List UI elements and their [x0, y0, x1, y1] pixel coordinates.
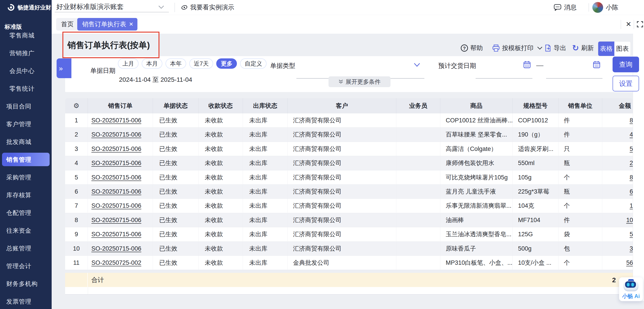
cell-amount-link[interactable]: 23: [602, 156, 633, 170]
messages-button[interactable]: 消息: [554, 0, 577, 15]
sidebar-item[interactable]: 总账管理: [0, 240, 52, 257]
order-link[interactable]: SO-20250725-002: [92, 259, 141, 266]
sidebar-item[interactable]: 仓配管理: [0, 204, 52, 222]
cell-amount-link[interactable]: 567: [602, 256, 633, 270]
column-header[interactable]: 业务员: [396, 98, 440, 114]
amount-link[interactable]: 31: [630, 245, 633, 252]
amount-link[interactable]: 84: [630, 117, 633, 124]
cell-order-link[interactable]: SO-20250715-006: [88, 170, 153, 184]
order-link[interactable]: SO-20250715-006: [92, 146, 141, 152]
delivery-date-end-input[interactable]: [546, 78, 602, 78]
sidebar-item[interactable]: 往来资金: [0, 222, 52, 240]
cell-amount-link[interactable]: 50: [602, 142, 633, 156]
cell-amount-link[interactable]: 86: [602, 170, 633, 184]
sidebar-item[interactable]: 客户管理: [0, 115, 52, 133]
cell-amount-link[interactable]: 31: [602, 242, 633, 256]
quick-date-pill[interactable]: 本月: [142, 58, 162, 69]
amount-link[interactable]: 567: [626, 259, 633, 266]
tab-close-icon[interactable]: ✕: [129, 21, 134, 28]
sidebar-item[interactable]: 零售商城: [0, 26, 52, 44]
sidebar-item[interactable]: 发票管理: [0, 292, 52, 309]
query-button[interactable]: 查询: [612, 56, 639, 72]
settings-button[interactable]: 设置: [612, 76, 639, 92]
amount-link[interactable]: 15: [630, 202, 633, 209]
refresh-button[interactable]: ↻ 刷新: [572, 42, 594, 54]
cell-order-link[interactable]: SO-20250715-006: [88, 199, 153, 213]
cell-order-link[interactable]: SO-20250715-006: [88, 213, 153, 227]
column-header[interactable]: 规格型号: [513, 98, 558, 114]
chevron-down-icon[interactable]: [158, 6, 164, 9]
help-button[interactable]: ? 帮助: [461, 42, 483, 54]
cell-amount-link[interactable]: 66: [602, 184, 633, 198]
sidebar-item[interactable]: 财务多机构: [0, 275, 52, 292]
demo-link[interactable]: 我要看实例演示: [181, 0, 234, 15]
date-range-value[interactable]: 2024-11-04 至 2025-11-04: [119, 76, 192, 84]
column-header[interactable]: 销售单位: [558, 98, 602, 114]
ai-assistant-widget[interactable]: 小畅 Ai: [619, 277, 643, 301]
amount-link[interactable]: 59: [630, 231, 633, 238]
cell-order-link[interactable]: SO-20250715-006: [88, 242, 153, 256]
cell-amount-link[interactable]: 59: [602, 227, 633, 241]
cell-order-link[interactable]: SO-20250715-006: [88, 142, 153, 156]
collapse-filter-button[interactable]: »: [56, 58, 72, 78]
order-link[interactable]: SO-20250715-006: [92, 202, 141, 209]
cell-order-link[interactable]: SO-20250715-006: [88, 128, 153, 142]
fullscreen-icon[interactable]: [637, 21, 643, 28]
avatar[interactable]: [592, 2, 603, 13]
print-button[interactable]: 按模板打印: [492, 42, 542, 54]
close-icon[interactable]: ✕: [623, 17, 634, 32]
cell-order-link[interactable]: SO-20250715-006: [88, 184, 153, 198]
quick-date-pill[interactable]: 近7天: [189, 58, 213, 69]
sidebar-item[interactable]: 营销推广: [0, 44, 52, 62]
column-header[interactable]: 出库状态: [243, 98, 288, 114]
cell-order-link[interactable]: SO-20250715-006: [88, 227, 153, 241]
column-header[interactable]: 客户: [288, 98, 396, 114]
account-select[interactable]: 好业财标准版演示账套: [56, 0, 124, 14]
quick-date-pill[interactable]: 自定义: [240, 58, 266, 69]
chevron-down-icon[interactable]: [537, 46, 542, 50]
sidebar-item[interactable]: 管理会计: [0, 257, 52, 275]
tab-home[interactable]: 首页: [56, 18, 78, 30]
delivery-date-start-input[interactable]: [476, 78, 532, 78]
amount-link[interactable]: 23: [630, 160, 633, 166]
column-header[interactable]: 金额: [602, 98, 633, 114]
column-header[interactable]: 单据状态: [153, 98, 198, 114]
order-link[interactable]: SO-20250715-006: [92, 174, 141, 181]
column-header[interactable]: 商品: [440, 98, 513, 114]
column-header[interactable]: 销售订单: [88, 98, 153, 114]
export-button[interactable]: 导出: [544, 42, 566, 54]
order-link[interactable]: SO-20250715-006: [92, 231, 141, 238]
order-link[interactable]: SO-20250715-006: [92, 245, 141, 252]
cell-order-link[interactable]: SO-20250725-002: [88, 256, 153, 270]
cell-amount-link[interactable]: 15: [602, 199, 633, 213]
cell-amount-link[interactable]: 100: [602, 213, 633, 227]
amount-link[interactable]: 45: [630, 131, 633, 138]
amount-link[interactable]: 66: [630, 188, 633, 195]
sidebar-item[interactable]: 采购管理: [0, 168, 52, 186]
cell-order-link[interactable]: SO-20250715-006: [88, 156, 153, 170]
amount-link[interactable]: 86: [630, 174, 633, 181]
column-header[interactable]: 收款状态: [198, 98, 243, 114]
sidebar-item[interactable]: 零售统计: [0, 80, 52, 98]
sidebar-item[interactable]: 批发商城: [0, 133, 52, 151]
quick-date-pill[interactable]: 更多: [216, 58, 237, 69]
order-link[interactable]: SO-20250715-006: [92, 160, 141, 166]
amount-link[interactable]: 100: [626, 217, 633, 224]
quick-date-pill[interactable]: 上月: [118, 58, 138, 69]
cell-amount-link[interactable]: 84: [602, 114, 633, 127]
cell-order-link[interactable]: SO-20250715-006: [88, 114, 153, 127]
chevron-down-icon[interactable]: [414, 63, 420, 67]
sidebar-item[interactable]: 项目合同: [0, 98, 52, 115]
chart-view-button[interactable]: 图表: [614, 42, 630, 56]
expand-more-button[interactable]: 展开更多条件: [328, 76, 390, 87]
cell-amount-link[interactable]: 45: [602, 128, 633, 142]
table-view-button[interactable]: 表格: [598, 42, 614, 56]
user-name[interactable]: 小陈: [606, 0, 618, 15]
calendar-icon[interactable]: [593, 61, 600, 69]
order-link[interactable]: SO-20250715-006: [92, 131, 141, 138]
order-link[interactable]: SO-20250715-006: [92, 188, 141, 195]
sidebar-item[interactable]: 销售管理: [0, 151, 52, 168]
quick-date-pill[interactable]: 本年: [166, 58, 186, 69]
sidebar-item[interactable]: 会员中心: [0, 62, 52, 80]
column-settings-gear-icon[interactable]: ⚙: [65, 98, 88, 114]
